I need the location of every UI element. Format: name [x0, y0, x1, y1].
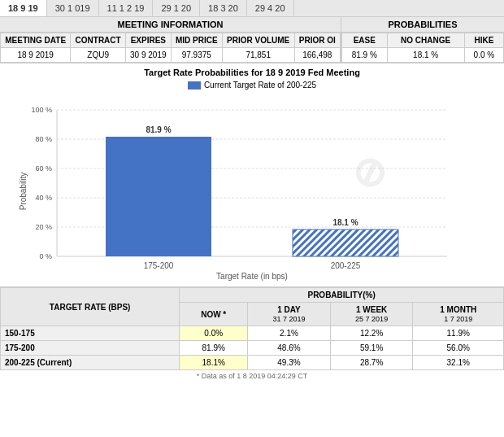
bar-175-200	[106, 137, 211, 256]
row-200-225: 200-225 (Current) 18.1% 49.3% 28.7% 32.1…	[1, 356, 504, 370]
tab-29120[interactable]: 29 1 20	[153, 0, 200, 16]
svg-text:80 %: 80 %	[35, 135, 52, 143]
cell-hike: 0.0 %	[464, 48, 503, 63]
cell-1month-200-225: 32.1%	[413, 356, 504, 370]
meeting-info-row: 18 9 2019 ZQU9 30 9 2019 97.9375 71,851 …	[1, 48, 341, 63]
col-ease: EASE	[342, 33, 388, 48]
svg-text:100 %: 100 %	[31, 106, 52, 114]
svg-text:0 %: 0 %	[39, 252, 52, 260]
cell-no-change: 18.1 %	[387, 48, 464, 63]
cell-1day-200-225: 49.3%	[248, 356, 331, 370]
col-hike: HIKE	[464, 33, 503, 48]
cell-1week-175-200: 59.1%	[330, 341, 413, 356]
col-1month: 1 MONTH 1 7 2019	[413, 303, 504, 326]
cell-prior-oi: 166,498	[294, 48, 340, 63]
col-now: NOW *	[180, 303, 248, 326]
svg-text:⊘: ⊘	[345, 145, 393, 199]
probability-col-header: PROBABILITY(%)	[180, 288, 504, 303]
cell-meeting-date: 18 9 2019	[1, 48, 71, 63]
cell-1week-200-225: 28.7%	[330, 356, 413, 370]
probabilities-table: EASE NO CHANGE HIKE 81.9 % 18.1 % 0.0 %	[341, 33, 504, 63]
col-now-main: NOW *	[201, 310, 226, 319]
tab-29420[interactable]: 29 4 20	[247, 0, 294, 16]
col-1month-sub: 1 7 2019	[444, 315, 472, 323]
footnote: * Data as of 1 8 2019 04:24:29 CT	[0, 370, 504, 382]
y-axis-label: Probability	[19, 173, 28, 211]
col-mid-price: MID PRICE	[171, 33, 222, 48]
svg-text:20 %: 20 %	[35, 223, 52, 231]
row-175-200: 175-200 81.9% 48.6% 59.1% 56.0%	[1, 341, 504, 356]
col-1day: 1 DAY 31 7 2019	[248, 303, 331, 326]
svg-text:81.9 %: 81.9 %	[146, 125, 171, 134]
cell-now-150-175: 0.0%	[180, 326, 248, 341]
col-1day-main: 1 DAY	[277, 305, 301, 314]
tab-301019[interactable]: 30 1 019	[47, 0, 99, 16]
cell-1month-150-175: 11.9%	[413, 326, 504, 341]
col-1week-sub: 25 7 2019	[355, 315, 388, 323]
probabilities-header: PROBABILITIES	[341, 17, 504, 33]
bar-200-225	[293, 229, 398, 256]
col-1week-main: 1 WEEK	[356, 305, 387, 314]
cell-mid-price: 97.9375	[171, 48, 222, 63]
bottom-section: TARGET RATE (BPS) PROBABILITY(%) NOW * 1…	[0, 287, 504, 382]
cell-expires: 30 9 2019	[125, 48, 171, 63]
tab-18320[interactable]: 18 3 20	[200, 0, 247, 16]
cell-contract: ZQU9	[71, 48, 126, 63]
col-meeting-date: MEETING DATE	[1, 33, 71, 48]
bar-chart: Probability 100 % 80 % 60 % 40 % 20 % 0 …	[16, 94, 488, 281]
legend-solid-icon	[188, 81, 201, 90]
meeting-info-header: MEETING INFORMATION	[0, 17, 341, 33]
cell-1week-150-175: 12.2%	[330, 326, 413, 341]
cell-1day-150-175: 2.1%	[248, 326, 331, 341]
col-1week: 1 WEEK 25 7 2019	[330, 303, 413, 326]
svg-text:175-200: 175-200	[144, 261, 174, 270]
info-section: MEETING INFORMATION MEETING DATE CONTRAC…	[0, 17, 504, 63]
col-contract: CONTRACT	[71, 33, 126, 48]
legend-label: Current Target Rate of 200-225	[204, 81, 316, 90]
prob-table-header-row1: TARGET RATE (BPS) PROBABILITY(%)	[1, 288, 504, 303]
tab-18919[interactable]: 18 9 19	[0, 0, 47, 16]
col-prior-oi: PRIOR OI	[294, 33, 340, 48]
svg-text:60 %: 60 %	[35, 164, 52, 173]
cell-ease: 81.9 %	[342, 48, 388, 63]
svg-text:40 %: 40 %	[35, 194, 52, 202]
target-rate-col-header: TARGET RATE (BPS)	[1, 288, 180, 326]
row-150-175: 150-175 0.0% 2.1% 12.2% 11.9%	[1, 326, 504, 341]
col-1day-sub: 31 7 2019	[272, 315, 305, 323]
col-expires: EXPIRES	[125, 33, 171, 48]
chart-title: Target Rate Probabilities for 18 9 2019 …	[8, 68, 496, 77]
cell-rate-200-225: 200-225 (Current)	[1, 356, 180, 370]
col-prior-volume: PRIOR VOLUME	[222, 33, 294, 48]
probabilities-row: 81.9 % 18.1 % 0.0 %	[342, 48, 504, 63]
col-no-change: NO CHANGE	[387, 33, 464, 48]
meeting-info-table: MEETING DATE CONTRACT EXPIRES MID PRICE …	[0, 33, 341, 63]
svg-text:18.1 %: 18.1 %	[332, 218, 358, 227]
svg-text:200-225: 200-225	[331, 261, 361, 270]
probabilities-section: PROBABILITIES EASE NO CHANGE HIKE 81.9 %…	[341, 17, 504, 63]
cell-rate-150-175: 150-175	[1, 326, 180, 341]
svg-text:Target Rate (in bps): Target Rate (in bps)	[216, 272, 288, 281]
chart-section: Target Rate Probabilities for 18 9 2019 …	[0, 63, 504, 287]
probability-table: TARGET RATE (BPS) PROBABILITY(%) NOW * 1…	[0, 287, 504, 370]
cell-1day-175-200: 48.6%	[248, 341, 331, 356]
chart-container: Probability 100 % 80 % 60 % 40 % 20 % 0 …	[8, 94, 496, 282]
top-tabs: 18 9 19 30 1 019 11 1 2 19 29 1 20 18 3 …	[0, 0, 504, 17]
meeting-info: MEETING INFORMATION MEETING DATE CONTRAC…	[0, 17, 341, 63]
tab-111219[interactable]: 11 1 2 19	[99, 0, 154, 16]
chart-legend: Current Target Rate of 200-225	[8, 81, 496, 90]
col-1month-main: 1 MONTH	[440, 305, 476, 314]
cell-rate-175-200: 175-200	[1, 341, 180, 356]
cell-1month-175-200: 56.0%	[413, 341, 504, 356]
cell-now-200-225: 18.1%	[180, 356, 248, 370]
cell-now-175-200: 81.9%	[180, 341, 248, 356]
cell-prior-volume: 71,851	[222, 48, 294, 63]
